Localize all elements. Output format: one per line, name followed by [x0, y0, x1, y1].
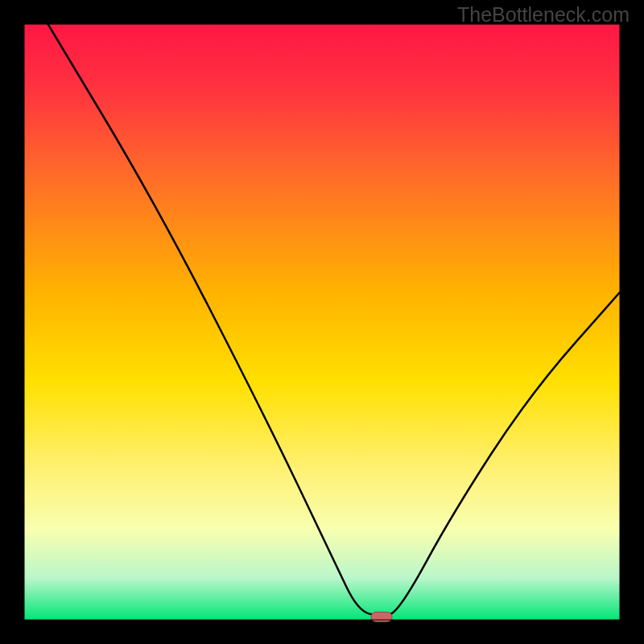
plot-area	[24, 24, 620, 620]
chart-svg	[0, 0, 644, 644]
watermark-text: TheBottleneck.com	[457, 3, 630, 27]
chart-container: TheBottleneck.com	[0, 0, 644, 644]
